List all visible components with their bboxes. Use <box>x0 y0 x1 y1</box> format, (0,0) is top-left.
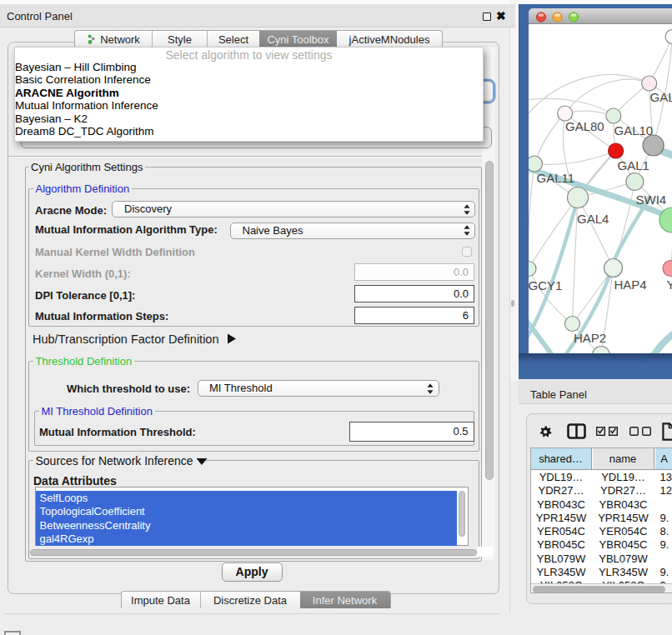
svg-text:GAL2: GAL2 <box>650 90 672 104</box>
svg-text:HAP2: HAP2 <box>574 331 606 345</box>
svg-text:GAL1: GAL1 <box>618 158 649 172</box>
svg-text:HAP4: HAP4 <box>614 278 647 292</box>
svg-text:GAL10: GAL10 <box>614 123 654 138</box>
svg-text:Y: Y <box>667 278 672 292</box>
svg-text:GCY1: GCY1 <box>529 278 562 292</box>
svg-text:GAL11: GAL11 <box>537 171 575 185</box>
svg-text:SWI4: SWI4 <box>636 192 667 207</box>
svg-text:GAL80: GAL80 <box>565 119 604 133</box>
svg-text:GAL4: GAL4 <box>577 212 609 226</box>
